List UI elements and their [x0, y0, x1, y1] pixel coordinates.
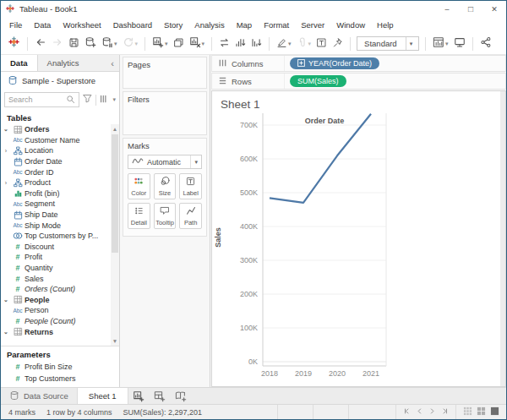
- data-source-tab[interactable]: Data Source: [1, 388, 78, 404]
- grid-view-dark-icon[interactable]: [490, 406, 499, 417]
- menu-window[interactable]: Window: [330, 17, 371, 33]
- field-person[interactable]: AbcPerson: [1, 305, 110, 316]
- chevron-down-icon[interactable]: ▾: [114, 41, 117, 47]
- tableau-logo-button[interactable]: [5, 35, 23, 53]
- field-profit[interactable]: #Profit: [1, 252, 110, 263]
- run-auto-updates-button[interactable]: ▾: [120, 35, 141, 53]
- marks-tooltip-button[interactable]: Tooltip: [154, 203, 177, 229]
- field-profit-bin-size[interactable]: #Profit Bin Size: [1, 361, 119, 373]
- sort-descending-button[interactable]: [248, 35, 264, 53]
- show-mark-labels-button[interactable]: [313, 35, 330, 53]
- menu-dashboard[interactable]: Dashboard: [107, 17, 158, 33]
- previous-page-icon[interactable]: [416, 407, 423, 417]
- expander-icon[interactable]: ›: [1, 180, 11, 186]
- back-button[interactable]: [32, 35, 49, 53]
- clear-sheet-button[interactable]: ▾: [187, 35, 208, 53]
- maximize-icon[interactable]: □: [459, 1, 482, 17]
- new-worksheet-icon[interactable]: [128, 388, 150, 404]
- marks-label-button[interactable]: Label: [179, 173, 202, 199]
- marks-detail-button[interactable]: Detail: [128, 203, 150, 229]
- expander-icon[interactable]: ⌄: [1, 329, 11, 335]
- expander-icon[interactable]: ⌄: [1, 297, 11, 303]
- field-discount[interactable]: #Discount: [1, 242, 110, 253]
- expander-icon[interactable]: ›: [1, 148, 11, 154]
- pause-auto-updates-button[interactable]: ▾: [99, 35, 120, 53]
- share-button[interactable]: [477, 35, 494, 53]
- menu-help[interactable]: Help: [371, 17, 400, 33]
- group-members-button[interactable]: ▾: [294, 35, 314, 53]
- field-customer-name[interactable]: AbcCustomer Name: [1, 135, 110, 146]
- chevron-down-icon[interactable]: ▾: [190, 155, 201, 168]
- show-me-button[interactable]: ▾: [430, 35, 451, 53]
- mark-type-dropdown[interactable]: Automatic ▾: [128, 155, 202, 169]
- sort-ascending-button[interactable]: [232, 35, 248, 53]
- columns-shelf[interactable]: Columns YEAR(Order Date): [211, 55, 506, 72]
- marks-color-button[interactable]: Color: [128, 173, 150, 199]
- menu-format[interactable]: Format: [258, 17, 295, 33]
- field-product[interactable]: ›Product: [1, 177, 110, 188]
- last-page-icon[interactable]: [441, 407, 449, 417]
- new-dashboard-icon[interactable]: [150, 388, 171, 404]
- menu-data[interactable]: Data: [28, 17, 57, 33]
- chevron-down-icon[interactable]: ▾: [308, 41, 312, 47]
- marks-path-button[interactable]: Path: [179, 203, 202, 229]
- chevron-down-icon[interactable]: ▾: [202, 41, 205, 47]
- sheet-vertical-scrollbar[interactable]: [500, 91, 505, 386]
- field-orders-count[interactable]: #Orders (Count): [1, 284, 110, 295]
- table-orders[interactable]: ⌄Orders: [1, 124, 110, 135]
- field-top-customers-by-p[interactable]: Top Customers by P...: [1, 231, 110, 242]
- data-source-connection[interactable]: Sample - Superstore: [1, 72, 119, 90]
- save-button[interactable]: [66, 35, 82, 53]
- first-page-icon[interactable]: [403, 407, 411, 417]
- new-worksheet-button[interactable]: ▾: [150, 35, 171, 53]
- menu-analysis[interactable]: Analysis: [188, 17, 230, 33]
- menu-story[interactable]: Story: [158, 17, 188, 33]
- field-order-id[interactable]: AbcOrder ID: [1, 166, 110, 177]
- scroll-thumb[interactable]: [112, 134, 118, 253]
- pill-sum-sales[interactable]: SUM(Sales): [290, 75, 346, 87]
- field-quantity[interactable]: #Quantity: [1, 263, 110, 274]
- filter-fields-icon[interactable]: [82, 92, 93, 107]
- scroll-up-icon[interactable]: ▲: [112, 124, 117, 134]
- search-input[interactable]: [8, 95, 66, 104]
- chevron-down-icon[interactable]: ▾: [165, 41, 168, 47]
- sheet1-tab[interactable]: Sheet 1: [78, 388, 128, 404]
- fix-axes-button[interactable]: [330, 35, 346, 53]
- table-returns[interactable]: ⌄Returns: [1, 326, 110, 337]
- field-order-date[interactable]: Order Date: [1, 156, 110, 167]
- menu-server[interactable]: Server: [295, 17, 330, 33]
- chevron-down-icon[interactable]: ▾: [445, 41, 449, 47]
- chevron-down-icon[interactable]: ▾: [406, 37, 417, 50]
- search-box[interactable]: [4, 92, 79, 107]
- minimize-icon[interactable]: –: [435, 1, 459, 17]
- menu-worksheet[interactable]: Worksheet: [57, 17, 106, 33]
- field-ship-mode[interactable]: AbcShip Mode: [1, 220, 110, 231]
- view-options-icon[interactable]: [99, 92, 109, 107]
- grid-view-medium-icon[interactable]: [477, 406, 486, 417]
- collapse-pane-icon[interactable]: ‹: [106, 55, 119, 71]
- filters-shelf[interactable]: Filters: [123, 91, 207, 135]
- field-top-customers[interactable]: #Top Customers: [1, 373, 119, 385]
- tab-analytics[interactable]: Analytics: [38, 55, 89, 71]
- pill-year-order-date[interactable]: YEAR(Order Date): [290, 57, 379, 69]
- chevron-down-icon[interactable]: ▾: [288, 41, 292, 47]
- field-location[interactable]: ›Location: [1, 145, 110, 156]
- tab-data[interactable]: Data: [1, 55, 38, 71]
- expander-icon[interactable]: ⌄: [1, 126, 11, 133]
- new-story-icon[interactable]: [171, 388, 192, 404]
- marks-size-button[interactable]: Size: [154, 173, 177, 199]
- chevron-down-icon[interactable]: ▾: [112, 96, 116, 103]
- close-icon[interactable]: ✕: [482, 1, 506, 17]
- swap-rows-columns-button[interactable]: [216, 35, 232, 53]
- highlight-button[interactable]: ▾: [274, 35, 294, 53]
- field-segment[interactable]: AbcSegment: [1, 199, 110, 210]
- fit-dropdown[interactable]: Standard▾: [357, 36, 419, 51]
- table-people[interactable]: ⌄People: [1, 295, 110, 306]
- field-sales[interactable]: #Sales: [1, 273, 110, 284]
- field-list-scrollbar[interactable]: ▲ ▼: [111, 124, 119, 346]
- field-people-count[interactable]: #People (Count): [1, 316, 110, 327]
- scroll-down-icon[interactable]: ▼: [112, 336, 117, 346]
- duplicate-button[interactable]: [171, 35, 187, 53]
- menu-map[interactable]: Map: [231, 17, 258, 33]
- rows-shelf[interactable]: Rows SUM(Sales): [211, 73, 506, 90]
